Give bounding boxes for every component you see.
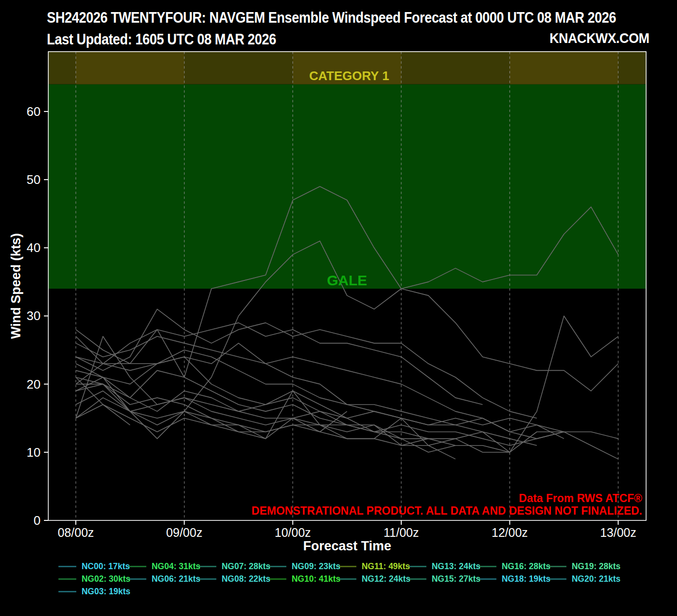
legend-item-label: NG12: 24kts [362,574,410,584]
legend-item: NG07: 28kts [198,560,268,573]
legend-line-swatch [198,566,216,567]
y-axis-label: Wind Speed (kts) [9,233,23,339]
legend-line-swatch [58,566,76,567]
legend-column-7: NG16: 28ktsNG18: 19kts [479,560,549,598]
x-tick-label: 12/00z [492,526,528,539]
zone-band-gale [48,84,646,289]
brand-watermark: KNACKWX.COM [549,30,649,46]
legend-line-swatch [409,578,426,580]
legend-column-6: NG13: 24ktsNG15: 27kts [409,560,479,598]
legend-line-swatch [479,578,496,580]
legend-line-swatch [549,578,566,580]
legend-item-label: NG18: 19kts [502,574,550,584]
legend-column-5: NG11: 49ktsNG12: 24kts [338,560,409,598]
legend-column-4: NG09: 23ktsNG10: 41kts [268,560,338,598]
zone-label-gale: GALE [327,272,367,288]
zone-stripe-category-1 [76,52,184,84]
zone-label-category-1: CATEGORY 1 [309,69,389,83]
legend-item: NG16: 28kts [479,560,549,573]
x-tick-label: 09/00z [166,526,202,539]
x-tick-label: 08/00z [57,526,94,539]
legend-item: NG20: 21kts [549,573,619,585]
legend-item-label: NG20: 21kts [572,574,621,584]
legend-item-label: NG07: 28kts [222,561,270,572]
legend-item: NG15: 27kts [409,573,479,585]
x-tick-label: 11/00z [383,526,419,539]
legend-line-swatch [338,566,356,567]
legend-item: NG12: 24kts [338,573,409,585]
x-tick-label: 13/00z [600,526,636,539]
legend-item-label: NG16: 28kts [502,561,550,572]
chart-title: SH242026 TWENTYFOUR: NAVGEM Ensemble Win… [47,7,616,28]
legend-line-swatch [268,578,286,580]
windspeed-forecast-plot: 08/00z09/00z10/00z11/00z12/00z13/00z0102… [0,0,677,616]
legend-item: NG04: 31kts [128,560,198,573]
legend-column-2: NG04: 31ktsNG06: 21kts [128,560,198,598]
y-tick-label: 10 [27,445,41,460]
legend-line-swatch [128,566,146,567]
ensemble-legend: NC00: 17ktsNG02: 30ktsNG03: 19ktsNG04: 3… [0,560,677,598]
legend-item: NG03: 19kts [58,585,128,598]
zone-stripe-category-1 [510,52,619,84]
legend-item: NG09: 23kts [268,560,338,573]
y-tick-label: 30 [27,308,41,323]
legend-item-label: NG19: 28kts [572,561,621,572]
legend-item-label: NG10: 41kts [292,574,340,584]
legend-line-swatch [479,566,496,567]
legend-item-label: NG09: 23kts [292,561,340,572]
legend-item-label: NG13: 24kts [432,561,480,572]
y-tick-label: 0 [34,513,41,528]
y-tick-label: 50 [27,172,41,187]
legend-line-swatch [338,578,356,580]
legend-line-swatch [409,566,426,567]
legend-item: NG06: 21kts [128,573,198,585]
legend-item: NG10: 41kts [268,573,338,585]
disclaimer-note: DEMONSTRATIONAL PRODUCT. ALL DATA AND DE… [252,504,642,517]
legend-line-swatch [58,591,76,592]
x-tick-label: 10/00z [275,526,311,539]
legend-item: NG18: 19kts [479,573,549,585]
legend-line-swatch [268,566,286,567]
legend-line-swatch [198,578,216,580]
legend-item-label: NG11: 49kts [362,561,410,572]
legend-item: NG13: 24kts [409,560,479,573]
legend-item-label: NG03: 19kts [82,586,130,597]
legend-item: NC00: 17kts [58,560,128,573]
legend-item: NG02: 30kts [58,573,128,585]
legend-item-label: NG04: 31kts [152,561,200,572]
legend-item-label: NG15: 27kts [432,574,480,584]
legend-item-label: NG02: 30kts [82,574,130,584]
legend-column-1: NC00: 17ktsNG02: 30ktsNG03: 19kts [58,560,128,598]
legend-column-3: NG07: 28ktsNG08: 22kts [198,560,268,598]
last-updated-text: Last Updated: 1605 UTC 08 MAR 2026 [47,28,616,50]
y-tick-label: 20 [27,377,41,392]
legend-line-swatch [549,566,566,567]
data-source-note: Data From RWS ATCF® [519,492,643,504]
legend-line-swatch [128,578,146,580]
y-tick-label: 60 [27,104,41,119]
legend-item-label: NG06: 21kts [152,574,200,584]
legend-line-swatch [58,578,76,580]
x-axis-label: Forecast Time [303,539,392,553]
legend-item-label: NG08: 22kts [222,574,270,584]
legend-item: NG08: 22kts [198,573,268,585]
legend-item-label: NC00: 17kts [82,561,130,572]
legend-item: NG11: 49kts [338,560,409,573]
legend-column-8: NG19: 28ktsNG20: 21kts [549,560,619,598]
y-tick-label: 40 [27,240,41,255]
legend-item: NG19: 28kts [549,560,619,573]
